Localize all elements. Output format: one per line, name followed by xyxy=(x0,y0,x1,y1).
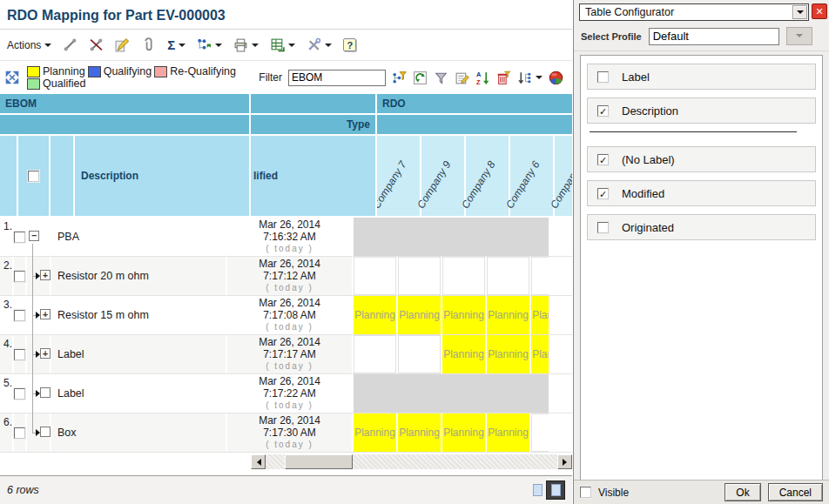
tools-menu-button[interactable] xyxy=(307,37,332,52)
rdo-status-cell[interactable]: Planning xyxy=(398,413,441,452)
export-menu-button[interactable] xyxy=(270,37,295,52)
refresh-icon[interactable] xyxy=(413,71,428,85)
collapse-icon[interactable]: − xyxy=(29,231,39,241)
mapping-table: EBOM RDO Type Description lified xyxy=(0,94,572,469)
rdo-status-cell[interactable]: Planning xyxy=(531,335,549,373)
rdo-status-cell[interactable]: Planning xyxy=(531,296,549,334)
profile-dropdown-button[interactable] xyxy=(786,27,812,45)
levels-menu-button[interactable] xyxy=(197,37,222,52)
sort-az-icon[interactable]: AZ xyxy=(475,71,490,85)
rdo-status-cell[interactable] xyxy=(354,257,396,295)
remove-filter-icon[interactable] xyxy=(496,71,511,85)
help-icon[interactable]: ? xyxy=(343,38,356,51)
rdo-status-cell[interactable] xyxy=(442,257,485,295)
option-row-label: Label xyxy=(587,64,816,90)
rdo-status-cell[interactable] xyxy=(487,257,529,295)
band-ebom: EBOM xyxy=(0,94,249,113)
rdo-status-cell[interactable] xyxy=(354,335,396,373)
rdo-status-cell[interactable]: Planning xyxy=(398,296,441,334)
tools-icon xyxy=(307,37,321,52)
edit-icon[interactable] xyxy=(115,37,130,52)
leaf-icon[interactable] xyxy=(40,427,51,437)
filter-input[interactable] xyxy=(288,70,386,86)
sort-order-icon xyxy=(517,71,532,85)
band-row-2: Type xyxy=(0,115,572,134)
configurator-title: Table Configurator xyxy=(585,6,674,18)
attachment-icon[interactable] xyxy=(141,37,156,52)
export-table-icon xyxy=(270,37,285,52)
expand-icon[interactable]: + xyxy=(40,270,51,280)
levels-icon xyxy=(197,37,212,52)
option-row-originated: Originated xyxy=(587,214,816,240)
rdo-status-cell[interactable] xyxy=(398,335,441,373)
sigma-icon: Σ xyxy=(167,37,175,52)
option-checkbox[interactable]: ✓ xyxy=(597,154,609,165)
tree-filter-icon[interactable] xyxy=(392,71,407,85)
rdo-status-cell[interactable]: Planning xyxy=(442,413,485,452)
restore-view-icon[interactable] xyxy=(533,484,543,496)
row-checkbox[interactable] xyxy=(14,271,25,282)
option-row-no-label: ✓ (No Label) xyxy=(587,146,816,172)
option-checkbox[interactable] xyxy=(597,71,609,83)
rdo-status-cell[interactable] xyxy=(398,257,441,295)
cancel-button[interactable]: Cancel xyxy=(768,483,823,501)
filter-icon[interactable] xyxy=(434,71,448,85)
column-header-modified[interactable]: lified xyxy=(251,136,375,216)
create-link-icon[interactable] xyxy=(63,37,78,52)
rdo-status-cell[interactable]: Planning xyxy=(354,296,396,334)
disabled-rdo-band xyxy=(354,218,549,256)
band-empty xyxy=(377,115,572,134)
close-icon[interactable]: ✕ xyxy=(812,3,827,19)
option-checkbox[interactable]: ✓ xyxy=(597,105,609,117)
rdo-status-cell[interactable] xyxy=(531,413,549,452)
summary-menu-button[interactable]: Σ xyxy=(167,37,185,52)
legend-label-requalifying: Re-Qualifying xyxy=(170,65,236,77)
actions-menu-button[interactable]: Actions xyxy=(7,39,51,51)
remove-link-icon[interactable] xyxy=(89,37,104,52)
row-checkbox[interactable] xyxy=(14,310,25,321)
configurator-dropdown-button[interactable] xyxy=(792,5,807,19)
horizontal-scrollbar[interactable] xyxy=(251,454,572,469)
dropdown-arrow-icon xyxy=(215,44,222,50)
rdo-status-cell[interactable]: Planning xyxy=(442,296,485,334)
row-count: 6 rows xyxy=(7,484,39,496)
legend-label-qualified: Qualified xyxy=(43,77,85,90)
scroll-left-button[interactable] xyxy=(251,454,266,469)
scroll-right-icon xyxy=(563,459,570,466)
rdo-status-cell[interactable]: Planning xyxy=(354,413,396,452)
option-checkbox[interactable]: ✓ xyxy=(597,188,609,199)
row-checkbox[interactable] xyxy=(14,427,25,439)
expand-icon[interactable]: + xyxy=(40,309,51,319)
band-row-1: EBOM RDO xyxy=(0,94,572,113)
chart-icon[interactable] xyxy=(549,71,563,85)
rdo-status-cell[interactable]: Planning xyxy=(487,413,529,452)
ok-button[interactable]: Ok xyxy=(725,483,760,501)
select-all-checkbox[interactable] xyxy=(28,171,39,182)
table-row: 1. − PBA Mar 26, 20147:16:32 AM( today ) xyxy=(0,218,572,257)
scrollbar-thumb[interactable] xyxy=(285,454,353,469)
rdo-status-cell[interactable]: Planning xyxy=(487,296,529,334)
maximize-view-button[interactable] xyxy=(546,480,565,500)
leaf-icon[interactable] xyxy=(40,387,51,398)
expand-all-icon[interactable] xyxy=(5,71,20,85)
row-checkbox[interactable] xyxy=(14,232,25,243)
sort-order-menu-button[interactable] xyxy=(517,71,543,85)
printer-icon xyxy=(233,37,248,52)
scroll-right-button[interactable] xyxy=(557,454,572,469)
rdo-status-cell[interactable]: Planning xyxy=(487,335,529,373)
dropdown-arrow-icon xyxy=(44,44,51,50)
column-header-description[interactable]: Description xyxy=(75,136,249,216)
edit-table-icon[interactable] xyxy=(455,71,469,85)
print-menu-button[interactable] xyxy=(233,37,259,52)
scrollbar-track[interactable] xyxy=(266,454,557,469)
expand-icon[interactable]: + xyxy=(40,348,51,359)
visible-checkbox[interactable] xyxy=(580,487,591,498)
row-checkbox[interactable] xyxy=(14,349,25,360)
table-configurator-panel: Table Configurator ✕ Select Profile Labe… xyxy=(573,0,829,504)
select-profile-label: Select Profile xyxy=(581,31,642,42)
row-checkbox[interactable] xyxy=(14,388,25,400)
rdo-status-cell[interactable]: Planning xyxy=(442,335,485,373)
option-checkbox[interactable] xyxy=(597,222,609,233)
profile-input[interactable] xyxy=(649,28,779,45)
rdo-status-cell[interactable] xyxy=(531,257,549,295)
